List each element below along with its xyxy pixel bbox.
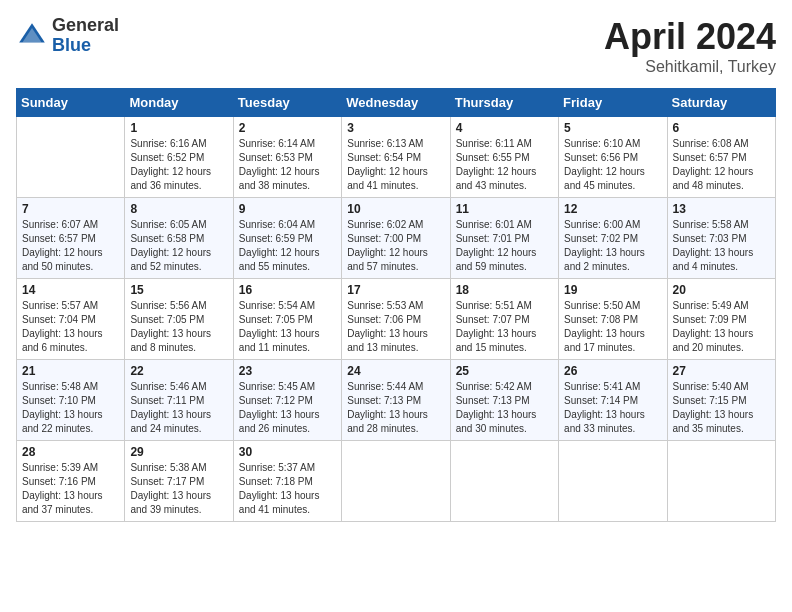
day-number: 18 [456, 283, 553, 297]
calendar-week-row: 28Sunrise: 5:39 AM Sunset: 7:16 PM Dayli… [17, 441, 776, 522]
day-info: Sunrise: 6:14 AM Sunset: 6:53 PM Dayligh… [239, 137, 336, 193]
day-info: Sunrise: 6:04 AM Sunset: 6:59 PM Dayligh… [239, 218, 336, 274]
day-info: Sunrise: 6:01 AM Sunset: 7:01 PM Dayligh… [456, 218, 553, 274]
calendar-cell: 5Sunrise: 6:10 AM Sunset: 6:56 PM Daylig… [559, 117, 667, 198]
calendar-week-row: 14Sunrise: 5:57 AM Sunset: 7:04 PM Dayli… [17, 279, 776, 360]
day-number: 8 [130, 202, 227, 216]
calendar-cell: 23Sunrise: 5:45 AM Sunset: 7:12 PM Dayli… [233, 360, 341, 441]
calendar-cell: 25Sunrise: 5:42 AM Sunset: 7:13 PM Dayli… [450, 360, 558, 441]
calendar-cell: 7Sunrise: 6:07 AM Sunset: 6:57 PM Daylig… [17, 198, 125, 279]
day-info: Sunrise: 5:51 AM Sunset: 7:07 PM Dayligh… [456, 299, 553, 355]
day-info: Sunrise: 5:54 AM Sunset: 7:05 PM Dayligh… [239, 299, 336, 355]
weekday-header: Thursday [450, 89, 558, 117]
day-info: Sunrise: 5:53 AM Sunset: 7:06 PM Dayligh… [347, 299, 444, 355]
calendar-cell: 18Sunrise: 5:51 AM Sunset: 7:07 PM Dayli… [450, 279, 558, 360]
day-info: Sunrise: 6:16 AM Sunset: 6:52 PM Dayligh… [130, 137, 227, 193]
day-info: Sunrise: 5:57 AM Sunset: 7:04 PM Dayligh… [22, 299, 119, 355]
title-block: April 2024 Sehitkamil, Turkey [604, 16, 776, 76]
day-number: 16 [239, 283, 336, 297]
calendar-cell [450, 441, 558, 522]
day-number: 2 [239, 121, 336, 135]
calendar-cell: 27Sunrise: 5:40 AM Sunset: 7:15 PM Dayli… [667, 360, 775, 441]
day-number: 24 [347, 364, 444, 378]
logo-general: General [52, 16, 119, 36]
day-number: 26 [564, 364, 661, 378]
day-number: 14 [22, 283, 119, 297]
day-number: 4 [456, 121, 553, 135]
day-number: 21 [22, 364, 119, 378]
calendar-week-row: 7Sunrise: 6:07 AM Sunset: 6:57 PM Daylig… [17, 198, 776, 279]
calendar-cell [17, 117, 125, 198]
calendar-cell: 29Sunrise: 5:38 AM Sunset: 7:17 PM Dayli… [125, 441, 233, 522]
day-info: Sunrise: 5:38 AM Sunset: 7:17 PM Dayligh… [130, 461, 227, 517]
calendar-cell: 1Sunrise: 6:16 AM Sunset: 6:52 PM Daylig… [125, 117, 233, 198]
calendar-cell: 14Sunrise: 5:57 AM Sunset: 7:04 PM Dayli… [17, 279, 125, 360]
calendar-cell: 3Sunrise: 6:13 AM Sunset: 6:54 PM Daylig… [342, 117, 450, 198]
day-info: Sunrise: 5:46 AM Sunset: 7:11 PM Dayligh… [130, 380, 227, 436]
day-number: 3 [347, 121, 444, 135]
calendar-cell: 28Sunrise: 5:39 AM Sunset: 7:16 PM Dayli… [17, 441, 125, 522]
weekday-header: Wednesday [342, 89, 450, 117]
calendar-cell: 6Sunrise: 6:08 AM Sunset: 6:57 PM Daylig… [667, 117, 775, 198]
calendar-cell: 15Sunrise: 5:56 AM Sunset: 7:05 PM Dayli… [125, 279, 233, 360]
calendar-cell: 11Sunrise: 6:01 AM Sunset: 7:01 PM Dayli… [450, 198, 558, 279]
day-number: 22 [130, 364, 227, 378]
day-number: 15 [130, 283, 227, 297]
day-number: 28 [22, 445, 119, 459]
calendar-cell: 8Sunrise: 6:05 AM Sunset: 6:58 PM Daylig… [125, 198, 233, 279]
day-number: 6 [673, 121, 770, 135]
logo-text: General Blue [52, 16, 119, 56]
day-info: Sunrise: 5:39 AM Sunset: 7:16 PM Dayligh… [22, 461, 119, 517]
day-info: Sunrise: 5:50 AM Sunset: 7:08 PM Dayligh… [564, 299, 661, 355]
day-info: Sunrise: 5:48 AM Sunset: 7:10 PM Dayligh… [22, 380, 119, 436]
calendar-cell: 26Sunrise: 5:41 AM Sunset: 7:14 PM Dayli… [559, 360, 667, 441]
calendar-cell: 19Sunrise: 5:50 AM Sunset: 7:08 PM Dayli… [559, 279, 667, 360]
weekday-header: Tuesday [233, 89, 341, 117]
day-info: Sunrise: 6:10 AM Sunset: 6:56 PM Dayligh… [564, 137, 661, 193]
calendar-cell: 13Sunrise: 5:58 AM Sunset: 7:03 PM Dayli… [667, 198, 775, 279]
calendar-week-row: 21Sunrise: 5:48 AM Sunset: 7:10 PM Dayli… [17, 360, 776, 441]
day-number: 27 [673, 364, 770, 378]
month-title: April 2024 [604, 16, 776, 58]
calendar-cell: 24Sunrise: 5:44 AM Sunset: 7:13 PM Dayli… [342, 360, 450, 441]
calendar-cell: 12Sunrise: 6:00 AM Sunset: 7:02 PM Dayli… [559, 198, 667, 279]
calendar-cell: 9Sunrise: 6:04 AM Sunset: 6:59 PM Daylig… [233, 198, 341, 279]
day-info: Sunrise: 5:56 AM Sunset: 7:05 PM Dayligh… [130, 299, 227, 355]
day-info: Sunrise: 6:02 AM Sunset: 7:00 PM Dayligh… [347, 218, 444, 274]
day-info: Sunrise: 6:08 AM Sunset: 6:57 PM Dayligh… [673, 137, 770, 193]
day-number: 7 [22, 202, 119, 216]
day-info: Sunrise: 6:11 AM Sunset: 6:55 PM Dayligh… [456, 137, 553, 193]
calendar-cell: 17Sunrise: 5:53 AM Sunset: 7:06 PM Dayli… [342, 279, 450, 360]
day-info: Sunrise: 6:07 AM Sunset: 6:57 PM Dayligh… [22, 218, 119, 274]
day-number: 29 [130, 445, 227, 459]
day-number: 5 [564, 121, 661, 135]
calendar-cell: 10Sunrise: 6:02 AM Sunset: 7:00 PM Dayli… [342, 198, 450, 279]
weekday-header: Saturday [667, 89, 775, 117]
day-info: Sunrise: 5:44 AM Sunset: 7:13 PM Dayligh… [347, 380, 444, 436]
calendar-table: SundayMondayTuesdayWednesdayThursdayFrid… [16, 88, 776, 522]
calendar-cell: 22Sunrise: 5:46 AM Sunset: 7:11 PM Dayli… [125, 360, 233, 441]
day-info: Sunrise: 5:40 AM Sunset: 7:15 PM Dayligh… [673, 380, 770, 436]
day-number: 30 [239, 445, 336, 459]
location-title: Sehitkamil, Turkey [604, 58, 776, 76]
calendar-cell: 2Sunrise: 6:14 AM Sunset: 6:53 PM Daylig… [233, 117, 341, 198]
calendar-cell [667, 441, 775, 522]
calendar-week-row: 1Sunrise: 6:16 AM Sunset: 6:52 PM Daylig… [17, 117, 776, 198]
day-number: 10 [347, 202, 444, 216]
day-number: 12 [564, 202, 661, 216]
day-number: 1 [130, 121, 227, 135]
day-number: 20 [673, 283, 770, 297]
day-info: Sunrise: 5:42 AM Sunset: 7:13 PM Dayligh… [456, 380, 553, 436]
day-info: Sunrise: 5:58 AM Sunset: 7:03 PM Dayligh… [673, 218, 770, 274]
calendar-cell: 30Sunrise: 5:37 AM Sunset: 7:18 PM Dayli… [233, 441, 341, 522]
day-number: 9 [239, 202, 336, 216]
logo-blue: Blue [52, 36, 119, 56]
calendar-cell [559, 441, 667, 522]
weekday-header: Monday [125, 89, 233, 117]
day-info: Sunrise: 6:13 AM Sunset: 6:54 PM Dayligh… [347, 137, 444, 193]
logo-icon [16, 20, 48, 52]
calendar-cell: 16Sunrise: 5:54 AM Sunset: 7:05 PM Dayli… [233, 279, 341, 360]
day-number: 25 [456, 364, 553, 378]
day-info: Sunrise: 5:41 AM Sunset: 7:14 PM Dayligh… [564, 380, 661, 436]
day-number: 11 [456, 202, 553, 216]
